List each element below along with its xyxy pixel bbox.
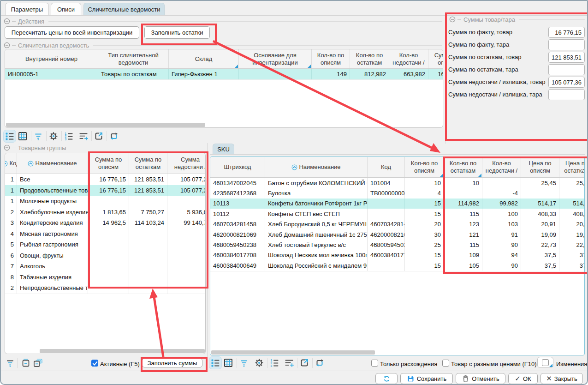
- table-cell[interactable]: [167, 196, 206, 207]
- column-header[interactable]: Склад: [169, 49, 239, 68]
- table-cell[interactable]: 114,982: [444, 199, 482, 209]
- table-cell[interactable]: Хлеб тостовый Геркулес в/с: [265, 240, 368, 250]
- tab-comparison-statements[interactable]: Сличительные ведомости: [83, 3, 165, 16]
- table-cell[interactable]: 20: [405, 219, 444, 229]
- table-cell[interactable]: 7 750,27: [129, 207, 167, 218]
- fill-sums-button[interactable]: Заполнить суммы: [142, 358, 202, 367]
- collapse-all-groups-icon[interactable]: [33, 358, 42, 367]
- table-cell[interactable]: Хлебобулочные изделия: [17, 207, 88, 218]
- table-cell[interactable]: [167, 272, 206, 283]
- changes-dropdown-button[interactable]: [537, 357, 553, 368]
- table-cell[interactable]: ТВ000000000: [368, 188, 405, 198]
- table-cell[interactable]: 90: [482, 240, 521, 250]
- column-header[interactable]: Кол-во недостачи / излишка: [389, 49, 428, 68]
- different-prices-label[interactable]: Товар с разными ценами (F10): [451, 361, 537, 367]
- table-cell[interactable]: 10: [405, 178, 444, 188]
- table-cell[interactable]: [129, 261, 167, 272]
- column-header[interactable]: Код: [5, 153, 17, 174]
- table-cell[interactable]: 5 936,62: [167, 207, 206, 218]
- table-cell[interactable]: 15: [405, 250, 444, 260]
- table-cell[interactable]: Рыбная гастрономия: [17, 239, 88, 250]
- table-cell[interactable]: 16 776,15: [88, 174, 129, 185]
- table-cell[interactable]: [482, 178, 521, 188]
- close-button[interactable]: ✕Закрыть: [540, 373, 583, 384]
- table-cell[interactable]: [368, 209, 405, 219]
- table-cell[interactable]: 5: [5, 239, 17, 250]
- table-row[interactable]: 1Продовольственные товары16 776,15121 85…: [5, 185, 205, 197]
- table-cell[interactable]: [88, 239, 129, 250]
- statement-hscroll-thumb[interactable]: [6, 123, 205, 127]
- table-cell[interactable]: 20,91: [559, 219, 585, 229]
- collapse-group-icon[interactable]: [449, 16, 456, 23]
- sum-field-input[interactable]: [548, 39, 585, 50]
- column-header[interactable]: Кол-во недостачи / излишка: [482, 157, 521, 177]
- table-cell[interactable]: [559, 188, 585, 198]
- only-differences-label[interactable]: Только расхождения: [380, 361, 437, 367]
- table-cell[interactable]: [88, 229, 129, 240]
- table-cell[interactable]: 14 962,5: [88, 217, 129, 229]
- view-grid-icon[interactable]: [224, 358, 233, 367]
- recalc-prices-button[interactable]: Пересчитать цены по всей инвентаризации: [5, 26, 139, 39]
- active-checkbox-label[interactable]: Активные (F5): [100, 361, 140, 367]
- table-cell[interactable]: [129, 250, 167, 261]
- column-header[interactable]: Кол-во по остаткам: [444, 157, 482, 177]
- table-cell[interactable]: 149: [312, 69, 350, 79]
- table-cell[interactable]: 514,17: [559, 199, 585, 209]
- table-cell[interactable]: 123: [444, 219, 482, 229]
- table-cell[interactable]: 103: [482, 219, 521, 229]
- filter-icon[interactable]: [239, 358, 249, 367]
- table-row[interactable]: 4600384017708Шоколад Несквик мол начинка…: [210, 250, 584, 261]
- table-cell[interactable]: Хлеб Бородинский 0,5 кг ЧЕРЕМУШК: [265, 219, 368, 229]
- table-cell[interactable]: [88, 272, 129, 283]
- table-cell[interactable]: 105 077,36: [167, 174, 206, 185]
- table-row[interactable]: 10113Конфеты батончики РотФронт 1кг Р151…: [210, 199, 584, 209]
- add-row-icon[interactable]: [79, 132, 88, 141]
- numbered-list-icon[interactable]: [64, 132, 73, 141]
- table-cell[interactable]: 115: [444, 240, 482, 250]
- table-cell[interactable]: 1: [5, 185, 17, 196]
- settings-icon[interactable]: [49, 132, 58, 141]
- numbered-list-icon[interactable]: [270, 358, 279, 367]
- table-cell[interactable]: Табачные изделия: [17, 272, 88, 283]
- table-cell[interactable]: 408,33: [521, 209, 559, 219]
- table-cell[interactable]: Хлеб Домашний пшеничный 1с 275г: [265, 229, 368, 240]
- table-row[interactable]: 4600384000649Шоколад Российский с миндал…: [210, 260, 584, 271]
- table-cell[interactable]: 4: [405, 188, 444, 198]
- cancel-button[interactable]: Отменить: [456, 373, 505, 384]
- table-cell[interactable]: 514,17: [521, 199, 559, 209]
- reload-icon[interactable]: [109, 132, 119, 141]
- column-header[interactable]: Цена по описям: [521, 157, 559, 177]
- changes-checkbox[interactable]: [542, 359, 549, 366]
- table-row[interactable]: ИН00005-1Товары по остаткамГипер-Фьюжен …: [5, 69, 443, 80]
- sku-hscroll-thumb[interactable]: [211, 350, 375, 355]
- table-cell[interactable]: 20,91: [521, 219, 559, 229]
- collapse-group-icon[interactable]: [4, 18, 10, 24]
- table-cell[interactable]: [88, 250, 129, 261]
- column-header[interactable]: Сумма недостачи / излишка: [167, 153, 206, 174]
- table-cell[interactable]: 2: [5, 207, 17, 218]
- table-cell[interactable]: Товары по остаткам: [98, 69, 169, 79]
- table-cell[interactable]: 408,33: [559, 209, 585, 219]
- table-cell[interactable]: Все: [17, 174, 88, 185]
- table-cell[interactable]: [368, 260, 405, 271]
- reload-icon[interactable]: [315, 358, 324, 367]
- table-cell[interactable]: [167, 229, 206, 240]
- table-cell[interactable]: [167, 261, 206, 272]
- table-cell[interactable]: Батон с отрубями КОЛОМЕНСКИЙ С: [265, 178, 368, 188]
- table-cell[interactable]: 4: [5, 229, 17, 240]
- table-cell[interactable]: Шоколад Несквик мол начинка 100г: [265, 250, 368, 260]
- table-cell[interactable]: 6: [5, 250, 17, 261]
- table-cell[interactable]: [239, 69, 312, 79]
- table-row[interactable]: 4601347002045Батон с отрубями КОЛОМЕНСКИ…: [210, 178, 584, 188]
- table-cell[interactable]: 16 776,15: [428, 69, 443, 79]
- collapse-group-icon[interactable]: [21, 358, 30, 367]
- sum-field-input[interactable]: [548, 64, 585, 75]
- table-cell[interactable]: 91: [482, 229, 521, 240]
- column-header[interactable]: Наименование: [265, 157, 368, 177]
- table-cell[interactable]: 16 776,15: [88, 185, 129, 196]
- table-cell[interactable]: [167, 239, 206, 250]
- table-cell[interactable]: 1: [5, 174, 17, 185]
- tab-sku[interactable]: SKU: [213, 144, 234, 155]
- table-cell[interactable]: [88, 261, 129, 272]
- sum-field-input[interactable]: 105 077,36: [548, 77, 585, 88]
